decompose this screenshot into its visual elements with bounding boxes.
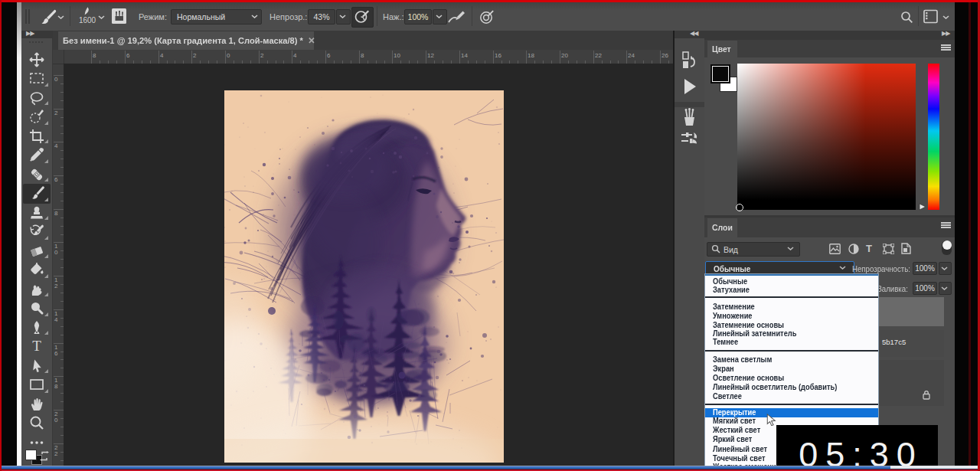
svg-text:T: T — [32, 339, 41, 354]
